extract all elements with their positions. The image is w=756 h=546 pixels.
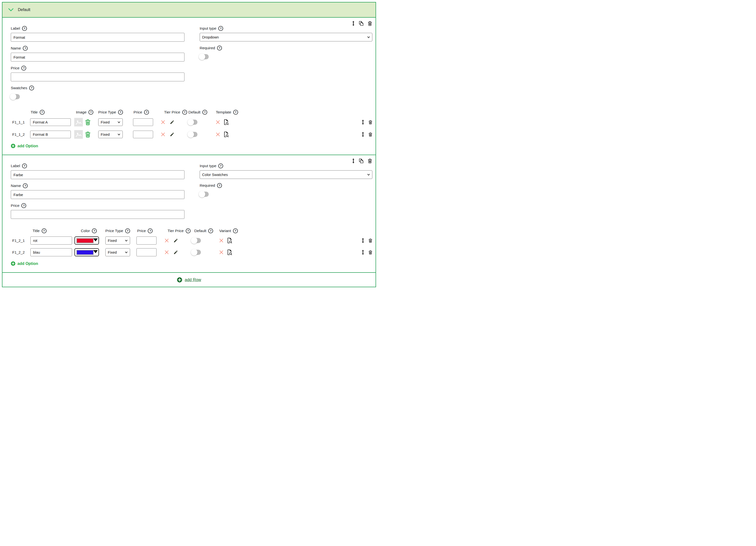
option-row-block: Label ? Name ? Price <box>2 155 376 272</box>
help-icon[interactable]: ? <box>218 26 223 31</box>
help-icon[interactable]: ? <box>23 46 28 51</box>
label-field-label: Label <box>11 26 20 31</box>
help-icon[interactable]: ? <box>29 85 34 90</box>
select-variant-button[interactable] <box>227 249 232 255</box>
move-option-button[interactable] <box>362 132 364 137</box>
help-icon[interactable]: ? <box>217 183 222 188</box>
swatches-toggle[interactable] <box>11 94 20 99</box>
color-swatch-select[interactable] <box>74 248 99 256</box>
select-template-button[interactable] <box>224 132 229 137</box>
help-icon[interactable]: ? <box>233 110 238 115</box>
default-toggle[interactable] <box>192 238 201 243</box>
input-type-select[interactable]: Color Swatches <box>200 170 372 179</box>
color-swatch-select[interactable] <box>74 236 99 244</box>
move-row-button[interactable] <box>352 158 355 163</box>
remove-variant-button[interactable] <box>219 238 223 242</box>
option-title-input[interactable] <box>30 248 72 256</box>
name-input[interactable] <box>11 53 184 61</box>
price-type-select[interactable]: Fixed <box>105 236 130 244</box>
help-icon[interactable]: ? <box>217 46 222 50</box>
remove-tier-price-button[interactable] <box>161 120 165 124</box>
option-title-input[interactable] <box>30 118 71 126</box>
help-icon[interactable]: ? <box>233 228 238 233</box>
option-image-placeholder[interactable] <box>74 118 83 126</box>
price-type-select[interactable]: Fixed <box>98 131 123 138</box>
duplicate-row-button[interactable] <box>359 158 364 163</box>
help-icon[interactable]: ? <box>186 228 191 233</box>
help-icon[interactable]: ? <box>22 163 27 168</box>
duplicate-row-button[interactable] <box>359 21 364 26</box>
edit-tier-price-button[interactable] <box>173 250 178 254</box>
input-type-select[interactable]: Dropdown <box>200 33 372 41</box>
default-toggle[interactable] <box>188 132 197 137</box>
delete-image-button[interactable] <box>85 119 91 125</box>
edit-tier-price-button[interactable] <box>170 132 174 137</box>
required-field-label: Required <box>200 46 215 50</box>
delete-option-button[interactable] <box>368 132 372 137</box>
required-toggle[interactable] <box>200 192 209 197</box>
help-icon[interactable]: ? <box>23 183 28 188</box>
add-option-button[interactable]: add Option <box>11 144 38 148</box>
delete-option-button[interactable] <box>368 238 372 243</box>
help-icon[interactable]: ? <box>118 110 123 115</box>
help-icon[interactable]: ? <box>182 110 187 115</box>
remove-tier-price-button[interactable] <box>161 132 165 136</box>
delete-option-button[interactable] <box>368 250 372 254</box>
price-type-select[interactable]: Fixed <box>98 118 123 126</box>
delete-option-button[interactable] <box>368 120 372 124</box>
help-icon[interactable]: ? <box>148 228 153 233</box>
help-icon[interactable]: ? <box>125 228 130 233</box>
help-icon[interactable]: ? <box>88 110 93 115</box>
help-icon[interactable]: ? <box>92 228 97 233</box>
price-input[interactable] <box>11 72 184 81</box>
option-price-input[interactable] <box>133 131 153 138</box>
help-icon[interactable]: ? <box>21 66 26 71</box>
price-type-select[interactable]: Fixed <box>105 248 130 256</box>
label-input[interactable] <box>11 33 184 42</box>
delete-row-button[interactable] <box>368 158 372 163</box>
edit-tier-price-button[interactable] <box>170 120 174 124</box>
edit-tier-price-button[interactable] <box>173 238 178 243</box>
help-icon[interactable]: ? <box>218 163 223 168</box>
option-title-input[interactable] <box>30 236 72 244</box>
remove-template-button[interactable] <box>216 120 220 124</box>
help-icon[interactable]: ? <box>42 228 47 233</box>
dropdown-triangle-icon <box>93 238 98 241</box>
help-icon[interactable]: ? <box>22 26 27 31</box>
option-price-input[interactable] <box>133 118 153 126</box>
move-row-button[interactable] <box>352 21 355 26</box>
default-toggle[interactable] <box>188 120 197 125</box>
help-icon[interactable]: ? <box>144 110 149 115</box>
select-variant-button[interactable] <box>227 238 232 243</box>
remove-variant-button[interactable] <box>219 250 223 254</box>
chevron-down-icon[interactable] <box>8 8 14 12</box>
group-accordion-header[interactable]: Default <box>2 2 376 18</box>
remove-template-button[interactable] <box>216 132 220 136</box>
options-table-header: Title? Color? Price Type? Price? Tier Pr… <box>11 228 372 233</box>
label-input[interactable] <box>11 170 184 179</box>
col-default-label: Default <box>194 229 206 233</box>
option-key: F1_2_1 <box>11 238 30 242</box>
option-price-input[interactable] <box>136 248 157 256</box>
option-image-placeholder[interactable] <box>74 130 83 139</box>
remove-tier-price-button[interactable] <box>165 238 169 242</box>
help-icon[interactable]: ? <box>208 228 213 233</box>
help-icon[interactable]: ? <box>40 110 45 115</box>
option-price-input[interactable] <box>136 236 157 244</box>
required-toggle[interactable] <box>200 54 209 59</box>
delete-row-button[interactable] <box>368 21 372 26</box>
add-option-button[interactable]: add Option <box>11 261 38 266</box>
select-template-button[interactable] <box>224 119 229 125</box>
help-icon[interactable]: ? <box>21 203 26 208</box>
option-title-input[interactable] <box>30 131 71 138</box>
default-toggle[interactable] <box>192 250 201 255</box>
add-row-button[interactable]: add Row <box>177 277 201 283</box>
move-option-button[interactable] <box>362 250 364 255</box>
name-input[interactable] <box>11 190 184 199</box>
move-option-button[interactable] <box>362 120 364 125</box>
remove-tier-price-button[interactable] <box>165 250 169 254</box>
move-option-button[interactable] <box>362 238 364 243</box>
help-icon[interactable]: ? <box>202 110 207 115</box>
price-input[interactable] <box>11 210 184 219</box>
delete-image-button[interactable] <box>85 131 91 138</box>
